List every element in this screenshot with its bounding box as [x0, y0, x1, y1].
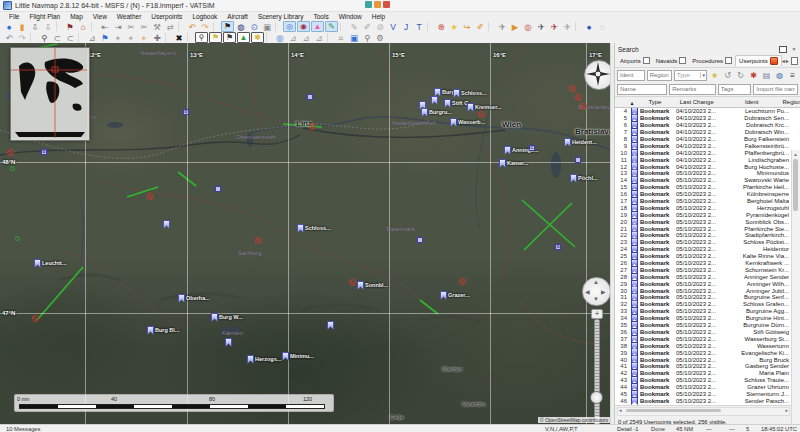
tab-navaids[interactable]: Navaids — [653, 56, 690, 65]
aircraft-grey-button[interactable]: ✈ — [496, 22, 508, 32]
cut-1-button[interactable]: ✂ — [125, 22, 137, 32]
pan-up-icon[interactable]: ▲ — [593, 279, 599, 285]
menu-help[interactable]: Help — [367, 13, 390, 20]
aircraft-x2-button[interactable]: ✈ — [548, 22, 560, 32]
table-row[interactable]: 30Bookmark05/10/2023 2...Anninger Jubil.… — [615, 287, 800, 294]
grid-button[interactable]: ⌗ — [335, 33, 347, 43]
horizontal-scrollbar[interactable]: ◂ ▸ — [617, 407, 790, 416]
table-row[interactable]: 40Bookmark05/10/2023 2...Burg Bruck — [615, 356, 800, 363]
table-row[interactable]: 4Bookmark04/10/2023 2...Leuchtturm Po... — [615, 108, 800, 115]
pin-1-button[interactable]: ⌖ — [112, 33, 124, 43]
pin-2-button[interactable]: ⌖ — [125, 33, 137, 43]
tab-airports[interactable]: Airports — [617, 56, 653, 65]
table-row[interactable]: 21Bookmark05/10/2023 2...Pfarrkirche Ste… — [615, 225, 800, 232]
save-as-button[interactable]: ⇩ — [42, 22, 54, 32]
menu-aircraft[interactable]: Aircraft — [222, 13, 253, 20]
table-row[interactable]: 31Bookmark05/10/2023 2...Burgruine Senf.… — [615, 294, 800, 301]
center-aircraft-button[interactable]: ◎ — [522, 22, 534, 32]
angle-2-button[interactable]: ⊿ — [300, 33, 312, 43]
help-globe-button[interactable]: ◍ — [774, 70, 785, 81]
vscroll-thumb[interactable] — [793, 159, 798, 211]
checkbox-blue-button[interactable]: ▣ — [348, 33, 360, 43]
dock-close-button[interactable]: × — [790, 46, 798, 52]
undo-button[interactable]: ↶ — [3, 33, 15, 43]
undo-orange-button[interactable]: ↶ — [186, 22, 198, 32]
connect-dot-button[interactable]: ● — [583, 22, 595, 32]
table-row[interactable]: 7Bookmark04/10/2023 2...Dobratsch Win... — [615, 129, 800, 136]
table-row[interactable]: 20Bookmark05/10/2023 2...Sonnblick Obs..… — [615, 218, 800, 225]
magnify-button[interactable]: ⚲ — [38, 33, 50, 43]
toggle-flag-yellow-button[interactable]: ⚑ — [209, 32, 222, 43]
settings-gear-button[interactable]: ⚙ — [374, 33, 386, 43]
select-start-button[interactable]: ⇤ — [99, 22, 111, 32]
star-button[interactable]: ★ — [448, 22, 460, 32]
map-position-button[interactable]: ● — [3, 22, 15, 32]
redo-button[interactable]: ↷ — [16, 33, 28, 43]
aircraft-takeoff-button[interactable]: ✈ — [561, 22, 573, 32]
closed-airport-icon[interactable] — [580, 103, 587, 110]
table-row[interactable]: 5Bookmark04/10/2023 2...Dobratsch Sen... — [615, 115, 800, 122]
tab-scroll-left-icon[interactable]: ◂ — [782, 57, 785, 64]
aircraft-pointer-button[interactable]: ▶ — [509, 22, 521, 32]
table-row[interactable]: 29Bookmark05/10/2023 2...Anninger Wilh..… — [615, 280, 800, 287]
table-row[interactable]: 6Bookmark04/10/2023 2...Dobratsch Krc... — [615, 122, 800, 129]
toggle-magnify-button[interactable]: ⚲ — [195, 32, 208, 43]
magnify-small-button[interactable]: ⚲ — [361, 33, 373, 43]
remarks-filter-input[interactable] — [669, 84, 716, 95]
col-last-change[interactable]: Last Change — [672, 99, 721, 105]
show-all-button[interactable]: ▤ — [761, 70, 772, 81]
route-v-button[interactable]: V — [387, 22, 399, 32]
table-row[interactable]: 44Bookmark05/10/2023 2...Grazer Uhrturm — [615, 384, 800, 391]
table-row[interactable]: 32Bookmark05/10/2023 2...Schloss Grafen.… — [615, 301, 800, 308]
toggle-terrain-button[interactable]: ▲ — [237, 32, 250, 43]
menu-window[interactable]: Window — [334, 13, 367, 20]
airfield-icon[interactable] — [10, 166, 15, 171]
cut-2-button[interactable]: ✂ — [138, 22, 150, 32]
menu-file[interactable]: File — [4, 13, 24, 20]
menu-tools[interactable]: Tools — [308, 13, 333, 20]
map-view[interactable]: 12°E13°E14°E15°E16°E17°E48°N47°NMünchenL… — [0, 43, 612, 424]
table-row[interactable]: 22Bookmark05/10/2023 2...Stadtpfarrkirch… — [615, 232, 800, 239]
tab-userpoints[interactable]: Userpoints — [735, 55, 782, 66]
closed-airport-icon[interactable] — [478, 111, 485, 118]
pan-right-icon[interactable]: ▶ — [601, 288, 606, 295]
pan-control[interactable]: ▲ ▼ ◀ ▶ — [582, 277, 611, 306]
pan-left-icon[interactable]: ◀ — [585, 288, 590, 295]
delete-x-button[interactable]: ✖ — [173, 33, 185, 43]
menu-map[interactable]: Map — [65, 13, 88, 20]
table-row[interactable]: 12Bookmark04/10/2023 2...Burg Hochoste..… — [615, 163, 800, 170]
closed-airport-icon[interactable] — [147, 193, 154, 200]
hscroll-right-icon[interactable]: ▸ — [785, 408, 788, 413]
pan-down-icon[interactable]: ▼ — [593, 296, 599, 302]
wand-button[interactable]: ✐ — [474, 22, 486, 32]
table-row[interactable]: 27Bookmark05/10/2023 2...Schornstein Kr.… — [615, 266, 800, 273]
status-messages[interactable]: 10 Messages — [6, 426, 40, 432]
route-arrow-button[interactable]: ↪ — [461, 22, 473, 32]
dock-float-button[interactable] — [779, 46, 787, 53]
search-menu-button[interactable]: ≡ — [787, 70, 798, 81]
tab-checkbox[interactable] — [725, 57, 732, 64]
toggle-flag-dark-button[interactable]: ⚑ — [223, 32, 236, 43]
measure-button[interactable]: ⊿ — [86, 33, 98, 43]
tags-filter-input[interactable] — [718, 84, 752, 95]
table-row[interactable]: 43Bookmark05/10/2023 2...Schloss Traute.… — [615, 377, 800, 384]
airport-icon[interactable] — [417, 237, 423, 243]
airfield-icon[interactable] — [15, 236, 20, 241]
angle-1-button[interactable]: ⊿ — [287, 33, 299, 43]
airport-icon[interactable]: G — [555, 244, 561, 250]
clip-1-button[interactable]: ⊂ — [51, 33, 63, 43]
table-row[interactable]: 37Bookmark05/10/2023 2...Wasserburg St..… — [615, 335, 800, 342]
clip-2-button[interactable]: ⊂ — [64, 33, 76, 43]
overview-map[interactable] — [10, 47, 90, 141]
menu-userpoints[interactable]: Userpoints — [146, 13, 187, 20]
table-row[interactable]: 11Bookmark04/10/2023 2...Lindischgraben — [615, 156, 800, 163]
vertical-scrollbar[interactable]: ▴ ▾ — [791, 150, 800, 432]
route-t-button[interactable]: T — [413, 22, 425, 32]
clear-selection-button[interactable]: ✱ — [748, 70, 759, 81]
table-row[interactable]: 19Bookmark05/10/2023 2...Pyramidenkogel — [615, 211, 800, 218]
closed-airport-icon[interactable] — [349, 279, 356, 286]
pin-orange-button[interactable]: ⌖ — [138, 33, 150, 43]
home-button[interactable]: ⌂ — [77, 22, 89, 32]
table-row[interactable]: 18Bookmark05/10/2023 2...Herzogstuhl — [615, 204, 800, 211]
zoom-track[interactable] — [594, 319, 600, 424]
